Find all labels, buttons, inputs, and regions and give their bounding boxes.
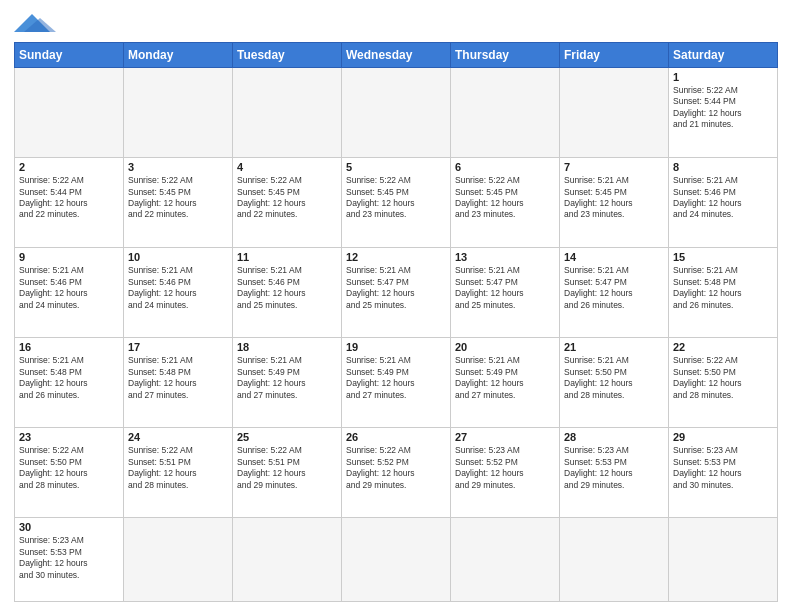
header-wednesday: Wednesday xyxy=(342,43,451,68)
weekday-header-row: Sunday Monday Tuesday Wednesday Thursday… xyxy=(15,43,778,68)
day-16: 16Sunrise: 5:21 AMSunset: 5:48 PMDayligh… xyxy=(15,338,124,428)
day-17: 17Sunrise: 5:21 AMSunset: 5:48 PMDayligh… xyxy=(124,338,233,428)
calendar-row: 1Sunrise: 5:22 AMSunset: 5:44 PMDaylight… xyxy=(15,68,778,158)
calendar-row: 9Sunrise: 5:21 AMSunset: 5:46 PMDaylight… xyxy=(15,248,778,338)
day-28: 28Sunrise: 5:23 AMSunset: 5:53 PMDayligh… xyxy=(560,428,669,518)
day-21: 21Sunrise: 5:21 AMSunset: 5:50 PMDayligh… xyxy=(560,338,669,428)
empty-cell xyxy=(669,518,778,602)
empty-cell xyxy=(124,518,233,602)
logo-icon xyxy=(14,14,64,32)
calendar-table: Sunday Monday Tuesday Wednesday Thursday… xyxy=(14,42,778,602)
day-14: 14Sunrise: 5:21 AMSunset: 5:47 PMDayligh… xyxy=(560,248,669,338)
empty-cell xyxy=(560,68,669,158)
day-22: 22Sunrise: 5:22 AMSunset: 5:50 PMDayligh… xyxy=(669,338,778,428)
day-25: 25Sunrise: 5:22 AMSunset: 5:51 PMDayligh… xyxy=(233,428,342,518)
day-26: 26Sunrise: 5:22 AMSunset: 5:52 PMDayligh… xyxy=(342,428,451,518)
day-15: 15Sunrise: 5:21 AMSunset: 5:48 PMDayligh… xyxy=(669,248,778,338)
day-5: 5Sunrise: 5:22 AMSunset: 5:45 PMDaylight… xyxy=(342,158,451,248)
empty-cell xyxy=(560,518,669,602)
day-3: 3Sunrise: 5:22 AMSunset: 5:45 PMDaylight… xyxy=(124,158,233,248)
header-saturday: Saturday xyxy=(669,43,778,68)
calendar-row: 16Sunrise: 5:21 AMSunset: 5:48 PMDayligh… xyxy=(15,338,778,428)
empty-cell xyxy=(342,68,451,158)
day-13: 13Sunrise: 5:21 AMSunset: 5:47 PMDayligh… xyxy=(451,248,560,338)
day-23: 23Sunrise: 5:22 AMSunset: 5:50 PMDayligh… xyxy=(15,428,124,518)
header-thursday: Thursday xyxy=(451,43,560,68)
day-10: 10Sunrise: 5:21 AMSunset: 5:46 PMDayligh… xyxy=(124,248,233,338)
calendar-row: 23Sunrise: 5:22 AMSunset: 5:50 PMDayligh… xyxy=(15,428,778,518)
logo xyxy=(14,14,64,36)
day-6: 6Sunrise: 5:22 AMSunset: 5:45 PMDaylight… xyxy=(451,158,560,248)
empty-cell xyxy=(124,68,233,158)
page: Sunday Monday Tuesday Wednesday Thursday… xyxy=(0,0,792,612)
day-1: 1Sunrise: 5:22 AMSunset: 5:44 PMDaylight… xyxy=(669,68,778,158)
day-9: 9Sunrise: 5:21 AMSunset: 5:46 PMDaylight… xyxy=(15,248,124,338)
empty-cell xyxy=(233,68,342,158)
day-30: 30Sunrise: 5:23 AMSunset: 5:53 PMDayligh… xyxy=(15,518,124,602)
day-11: 11Sunrise: 5:21 AMSunset: 5:46 PMDayligh… xyxy=(233,248,342,338)
day-29: 29Sunrise: 5:23 AMSunset: 5:53 PMDayligh… xyxy=(669,428,778,518)
header-friday: Friday xyxy=(560,43,669,68)
day-18: 18Sunrise: 5:21 AMSunset: 5:49 PMDayligh… xyxy=(233,338,342,428)
calendar-row: 30Sunrise: 5:23 AMSunset: 5:53 PMDayligh… xyxy=(15,518,778,602)
day-4: 4Sunrise: 5:22 AMSunset: 5:45 PMDaylight… xyxy=(233,158,342,248)
empty-cell xyxy=(342,518,451,602)
empty-cell xyxy=(451,518,560,602)
header-sunday: Sunday xyxy=(15,43,124,68)
day-19: 19Sunrise: 5:21 AMSunset: 5:49 PMDayligh… xyxy=(342,338,451,428)
day-12: 12Sunrise: 5:21 AMSunset: 5:47 PMDayligh… xyxy=(342,248,451,338)
empty-cell xyxy=(15,68,124,158)
header-tuesday: Tuesday xyxy=(233,43,342,68)
day-8: 8Sunrise: 5:21 AMSunset: 5:46 PMDaylight… xyxy=(669,158,778,248)
calendar-row: 2Sunrise: 5:22 AMSunset: 5:44 PMDaylight… xyxy=(15,158,778,248)
header xyxy=(14,10,778,36)
day-7: 7Sunrise: 5:21 AMSunset: 5:45 PMDaylight… xyxy=(560,158,669,248)
day-20: 20Sunrise: 5:21 AMSunset: 5:49 PMDayligh… xyxy=(451,338,560,428)
empty-cell xyxy=(233,518,342,602)
day-2: 2Sunrise: 5:22 AMSunset: 5:44 PMDaylight… xyxy=(15,158,124,248)
empty-cell xyxy=(451,68,560,158)
day-27: 27Sunrise: 5:23 AMSunset: 5:52 PMDayligh… xyxy=(451,428,560,518)
day-24: 24Sunrise: 5:22 AMSunset: 5:51 PMDayligh… xyxy=(124,428,233,518)
header-monday: Monday xyxy=(124,43,233,68)
